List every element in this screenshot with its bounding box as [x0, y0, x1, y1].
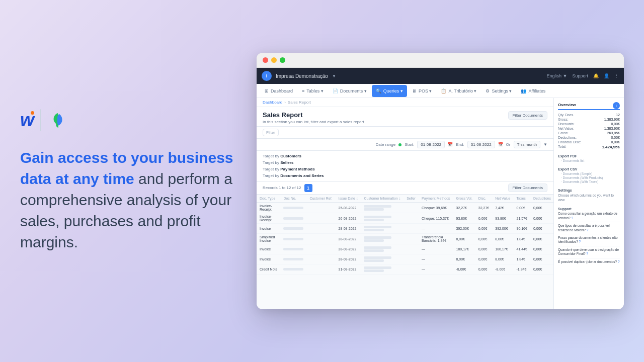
app-logo-icon: I: [262, 71, 272, 81]
tab-tables[interactable]: ≡ Tables ▾: [298, 85, 328, 97]
col-gross: Gross Vol.: [453, 195, 475, 203]
table-row: Invoice 28-08-2022 — 8,00€ 0,00€: [257, 254, 553, 264]
blue-accent-bar: [558, 109, 620, 110]
cell-date: 28-08-2022: [336, 224, 361, 234]
stat-gross: Gross: 1.383,90€: [558, 118, 620, 121]
cell-date: 31-08-2022: [336, 264, 361, 275]
target-payment-methods[interactable]: Target by Payment Methods: [263, 166, 547, 172]
support-link[interactable]: Support: [572, 73, 588, 78]
export-csv-section: Export CSV · Documents (Simple) · Docume…: [558, 167, 620, 184]
tab-settings[interactable]: ⚙ Settings ▾: [481, 85, 516, 97]
net-value-value: 1.383,90€: [604, 127, 620, 130]
cell-disc: 0,00€: [475, 254, 492, 264]
date-calendar-icon-2[interactable]: 📅: [498, 142, 503, 147]
pos-icon: 🖥: [412, 88, 417, 94]
total-stat-label: Total:: [558, 145, 567, 149]
cell-doc-type: Invoice-Receipt: [257, 203, 280, 213]
tab-pos[interactable]: 🖥 POS ▾: [408, 85, 436, 97]
tab-bar: ⊞ Dashboard ≡ Tables ▾ 📄 Documents ▾ 🔍 Q…: [257, 84, 624, 98]
affiliates-icon: 👥: [521, 88, 526, 94]
overview-info-icon[interactable]: i: [613, 102, 620, 109]
target-menu: Target by Customers Target by Sellers Ta…: [257, 151, 553, 182]
cell-net: 392,00€: [492, 224, 513, 234]
company-name[interactable]: Impresa Demonstração: [276, 73, 328, 79]
records-count: Records 1 to 12 of 12: [263, 186, 301, 190]
export-csv-simple[interactable]: · Documents (Simple): [558, 172, 620, 175]
cell-disc: 0,00€: [475, 234, 492, 244]
tab-documents[interactable]: 📄 Documents ▾: [329, 85, 371, 97]
support-q3[interactable]: Posso passar documentos a clientes não i…: [558, 236, 620, 246]
cell-customer-info: [361, 203, 404, 213]
support-q1[interactable]: Como consultar a geração um extrato de v…: [558, 212, 620, 222]
discounts-label: Discounts:: [558, 122, 575, 126]
company-dropdown-icon[interactable]: ▼: [332, 74, 336, 78]
close-button-icon[interactable]: [263, 57, 268, 63]
cell-gross: 180,17€: [453, 244, 475, 254]
cell-taxes: 1,84€: [513, 234, 530, 244]
export-pdf-title: Export PDF: [558, 154, 620, 158]
table-row: Invoice 28-08-2022 — 392,00€ 0,00€: [257, 224, 553, 234]
deductions-label: Deductions:: [558, 136, 577, 139]
main-content: Dashboard › Sales Report Sales Report In…: [257, 98, 624, 309]
date-calendar-icon[interactable]: 📅: [448, 142, 453, 147]
export-pdf-section: Export PDF · Documents list: [558, 154, 620, 162]
export-pdf-documents-list[interactable]: · Documents list: [558, 159, 620, 162]
target-documents-series[interactable]: Target by Documents and Series: [263, 172, 547, 179]
total-stat-value: 1.424,95€: [602, 145, 620, 149]
col-issue-date: Issue Date ↕: [336, 195, 361, 203]
export-csv-with-products[interactable]: · Documents (With Products): [558, 176, 620, 179]
gross-label: Gross:: [558, 118, 569, 121]
cell-disc: 32,27€: [475, 203, 492, 213]
cell-customer-info: [361, 213, 404, 224]
tab-tributario[interactable]: 📋 A. Tributório ▾: [437, 85, 480, 97]
filter-documents-top-button[interactable]: Filter Documents: [508, 111, 547, 120]
export-csv-with-taxes[interactable]: · Documents (With Taxes): [558, 180, 620, 184]
tab-queries[interactable]: 🔍 Queries ▾: [372, 85, 407, 97]
cell-date: 28-08-2022: [336, 234, 361, 244]
target-sellers[interactable]: Target by Sellers: [263, 159, 547, 166]
col-customer-info: Customer Information ↕: [361, 195, 404, 203]
report-title: Sales Report: [263, 111, 364, 119]
start-date-input[interactable]: 01-08-2022: [417, 141, 445, 148]
tab-affiliates[interactable]: 👥 Affiliates: [517, 85, 549, 97]
filter-documents-bottom-button[interactable]: Filter Documents: [508, 184, 547, 192]
preset-selector[interactable]: This month: [514, 141, 541, 148]
dashboard-icon: ⊞: [265, 88, 269, 94]
support-q5[interactable]: É possível duplicar (clonar documentos? …: [558, 260, 620, 265]
cell-customer-ref: [306, 224, 335, 234]
gross2-value: 263,85€: [607, 131, 620, 135]
support-q4[interactable]: Quando é que deve usar a designação de C…: [558, 248, 620, 258]
cell-doc-no: [280, 234, 306, 244]
cell-disc: 0,00€: [475, 224, 492, 234]
user-avatar[interactable]: 👤: [604, 73, 609, 78]
more-menu-icon[interactable]: ⋮: [614, 73, 619, 78]
support-q2[interactable]: Que tipos de consultas a é possível real…: [558, 224, 620, 234]
minimize-button-icon[interactable]: [271, 57, 277, 63]
logo-row: w: [20, 109, 252, 131]
target-customers[interactable]: Target by Customers: [263, 153, 547, 159]
cell-customer-ref: [306, 234, 335, 244]
end-date-input[interactable]: 31-08-2022: [467, 141, 495, 148]
notifications-icon[interactable]: 🔔: [593, 73, 599, 78]
cell-payment: —: [419, 264, 453, 275]
cell-doc-no: [280, 264, 306, 275]
orange-dot-icon: [31, 111, 34, 115]
cell-customer-ref: [306, 244, 335, 254]
cell-payment: —: [419, 244, 453, 254]
stat-discounts: Discounts: 0,00€: [558, 122, 620, 126]
breadcrumb-separator: ›: [284, 100, 286, 105]
breadcrumb-dashboard[interactable]: Dashboard: [263, 100, 282, 105]
cell-date: 26-08-2022: [336, 213, 361, 224]
cell-payment: —: [419, 254, 453, 264]
page-number-badge[interactable]: 1: [304, 184, 312, 192]
cell-date: 28-08-2022: [336, 254, 361, 264]
settings-panel-title: Settings: [558, 189, 620, 192]
table-row: Invoice-Receipt 26-08-2022 Cheque: 115,3…: [257, 213, 553, 224]
cell-ded: 0,00€: [530, 234, 553, 244]
cell-net: 7,42€: [492, 203, 513, 213]
filter-tag[interactable]: Filter: [263, 129, 279, 136]
language-selector[interactable]: English ▼: [547, 73, 568, 78]
tab-dashboard[interactable]: ⊞ Dashboard: [261, 85, 297, 97]
maximize-button-icon[interactable]: [280, 57, 285, 63]
app-navbar: I Impresa Demonstração ▼ English ▼ Suppo…: [257, 68, 624, 84]
